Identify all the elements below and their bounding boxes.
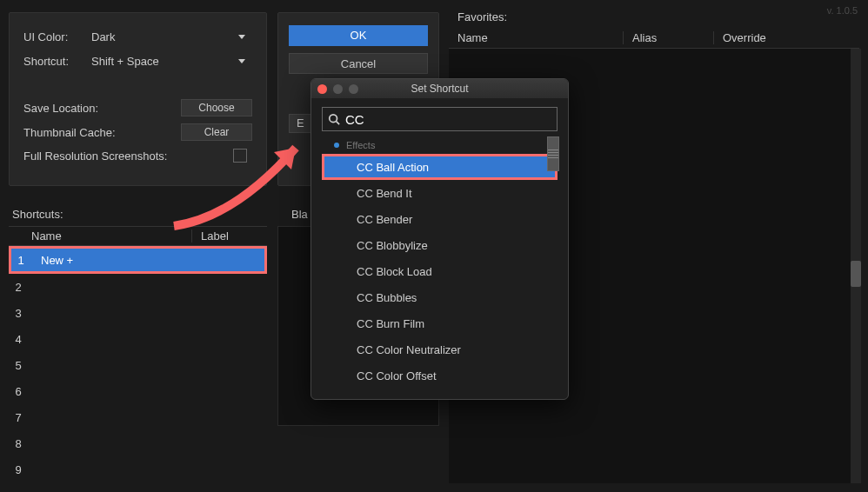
result-item[interactable]: CC Color Offset [322,362,558,389]
shortcut-row[interactable]: 1New + [9,246,267,274]
ok-button[interactable]: OK [289,25,428,46]
clear-button[interactable]: Clear [181,123,252,141]
row-number: 9 [9,463,28,476]
search-icon [328,113,340,125]
result-item[interactable]: CC Color Neutralizer [322,336,558,362]
row-number: 5 [9,359,28,372]
favorites-header: Name Alias Override [449,28,859,49]
shortcuts-table: Name Label 1New +23456789 [9,226,267,482]
set-shortcut-dialog: Set Shortcut Effects CC Ball ActionCC Be… [310,78,569,400]
results-group: Effects [322,136,558,154]
blacklist-label: Bla [291,208,308,221]
result-item[interactable]: CC Blobbylize [322,232,558,258]
svg-point-0 [330,115,337,123]
result-item[interactable]: CC Ball Action [322,154,558,180]
save-location-label: Save Location: [23,102,181,115]
dialog-titlebar[interactable]: Set Shortcut [311,79,568,98]
settings-panel: UI Color: Dark Shortcut: Shift + Space S… [9,12,267,186]
svg-line-1 [337,122,340,125]
row-number: 4 [9,333,28,346]
result-item[interactable]: CC Block Load [322,258,558,284]
row-number: 2 [9,281,28,294]
row-number: 7 [9,411,28,424]
row-number: 6 [9,385,28,398]
shortcut-row[interactable]: 4 [9,326,267,352]
shortcut-dropdown[interactable]: Shift + Space [84,52,252,70]
result-item[interactable]: CC Bubbles [322,284,558,310]
row-number: 3 [9,307,28,320]
row-number: 8 [9,437,28,450]
results-scrollbar-grip[interactable] [548,150,558,160]
result-item[interactable]: CC Bend It [322,180,558,206]
shortcuts-section-label: Shortcuts: [12,208,63,221]
shortcut-row[interactable]: 8 [9,430,267,456]
choose-button[interactable]: Choose [181,99,252,116]
shortcut-row[interactable]: 7 [9,404,267,430]
thumb-cache-label: Thumbnail Cache: [23,126,181,139]
group-label: Effects [346,140,375,150]
row-name: New + [30,254,264,267]
shortcut-row[interactable]: 3 [9,300,267,326]
favorites-col-alias: Alias [623,31,713,44]
search-input[interactable] [345,112,551,127]
shortcut-row[interactable]: 6 [9,378,267,404]
dialog-title: Set Shortcut [311,83,568,95]
shortcut-row[interactable]: 5 [9,352,267,378]
shortcuts-col-label: Label [191,229,267,243]
result-item[interactable]: CC Burn Film [322,310,558,336]
ui-color-dropdown[interactable]: Dark [84,28,252,46]
favorites-col-name: Name [449,31,623,44]
version-label: v. 1.0.5 [827,5,858,16]
favorites-col-override: Override [713,31,859,44]
shortcuts-col-name: Name [26,229,191,243]
full-res-checkbox[interactable] [233,149,247,163]
favorites-scrollbar-thumb[interactable] [851,261,861,287]
results-scrollbar[interactable] [547,136,559,171]
result-item[interactable]: CC Bender [322,206,558,232]
shortcut-label: Shortcut: [23,55,84,68]
shortcut-row[interactable]: 9 [9,456,267,482]
row-number: 1 [11,254,30,267]
shortcuts-header: Name Label [9,227,267,246]
results-list: Effects CC Ball ActionCC Bend ItCC Bende… [322,136,558,393]
ui-color-label: UI Color: [23,30,84,43]
search-field-wrap[interactable] [322,107,558,131]
favorites-section-label: Favorites: [457,10,507,23]
cancel-button[interactable]: Cancel [289,53,428,74]
full-res-label: Full Resolution Screenshots: [23,150,233,163]
shortcut-row[interactable]: 2 [9,274,267,300]
group-dot-icon [334,143,339,148]
